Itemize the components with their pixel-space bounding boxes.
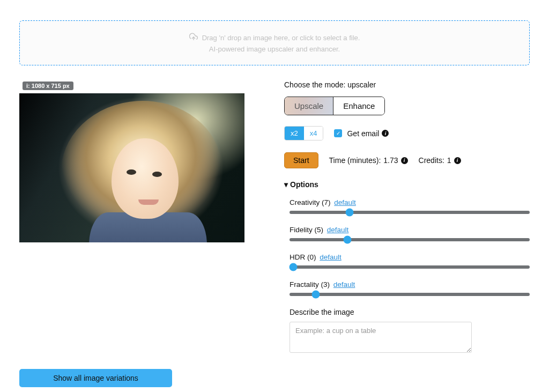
hdr-default-link[interactable]: default	[320, 253, 342, 261]
credits-info: Credits: 1 i	[419, 156, 461, 165]
fractality-slider[interactable]	[290, 293, 530, 296]
creativity-default-link[interactable]: default	[334, 198, 356, 206]
get-email-option[interactable]: ✓ Get email i	[334, 129, 389, 138]
show-variations-button[interactable]: Show all image variations	[19, 369, 172, 387]
tab-upscale[interactable]: Upscale	[285, 97, 333, 115]
caret-down-icon: ▾	[284, 180, 288, 189]
hdr-slider-thumb[interactable]	[289, 263, 297, 271]
image-preview	[19, 93, 244, 242]
info-icon[interactable]: i	[454, 157, 461, 164]
start-button[interactable]: Start	[284, 152, 318, 168]
tab-enhance[interactable]: Enhance	[333, 97, 384, 115]
creativity-label: Creativity (7)	[290, 198, 331, 206]
dropzone-text-1: Drag 'n' drop an image here, or click to…	[202, 34, 360, 42]
describe-textarea[interactable]	[290, 322, 472, 353]
creativity-slider[interactable]	[290, 211, 530, 214]
get-email-checkbox[interactable]: ✓	[334, 129, 342, 137]
info-icon[interactable]: i	[382, 130, 389, 137]
fidelity-default-link[interactable]: default	[327, 226, 349, 234]
describe-label: Describe the image	[290, 308, 530, 316]
fractality-slider-thumb[interactable]	[312, 291, 320, 299]
dropzone-text-2: AI-powered image upscaler and enhancer.	[25, 45, 524, 53]
creativity-slider-thumb[interactable]	[346, 209, 354, 217]
scale-group: x2 x4	[284, 126, 323, 140]
scale-x2-button[interactable]: x2	[285, 127, 304, 140]
scale-x4-button[interactable]: x4	[304, 127, 323, 140]
mode-toggle: Upscale Enhance	[284, 97, 385, 115]
fidelity-slider[interactable]	[290, 238, 530, 241]
fractality-default-link[interactable]: default	[333, 280, 355, 289]
fractality-label: Fractality (3)	[290, 280, 330, 289]
image-dimensions-badge: i: 1080 x 715 px	[23, 82, 73, 90]
upload-dropzone[interactable]: Drag 'n' drop an image here, or click to…	[19, 20, 530, 65]
hdr-slider[interactable]	[290, 265, 530, 269]
info-icon[interactable]: i	[401, 157, 408, 164]
upload-cloud-icon	[189, 33, 198, 43]
mode-label: Choose the mode: upscaler	[284, 80, 530, 89]
get-email-label: Get email	[347, 129, 379, 138]
hdr-label: HDR (0)	[290, 253, 316, 261]
time-info: Time (minutes): 1.73 i	[329, 156, 408, 165]
options-toggle[interactable]: ▾ Options	[284, 180, 530, 189]
fidelity-label: Fidelity (5)	[290, 226, 323, 234]
fidelity-slider-thumb[interactable]	[343, 236, 351, 244]
